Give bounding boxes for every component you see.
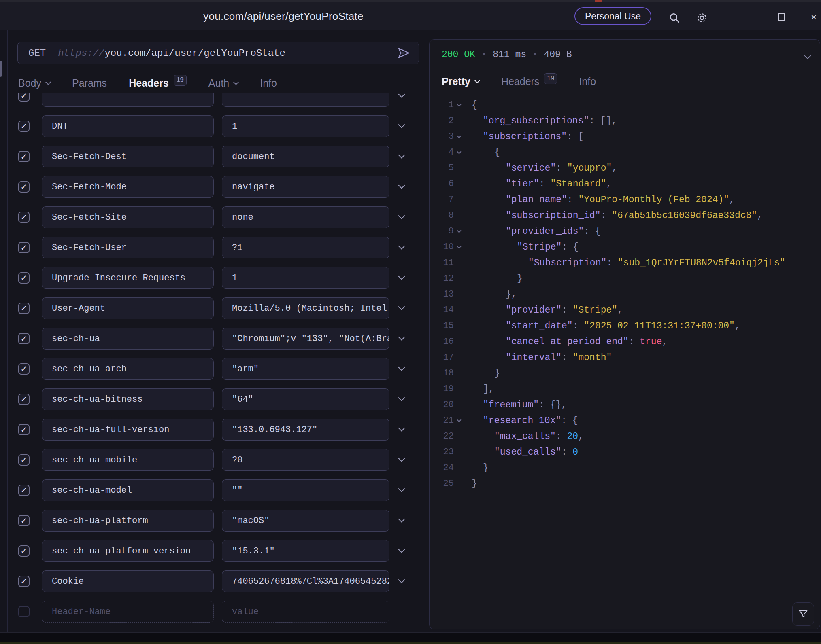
header-checkbox[interactable]: ✓ (18, 151, 30, 162)
header-checkbox[interactable]: ✓ (18, 303, 30, 314)
header-name-input[interactable]: sec-ch-ua (42, 328, 214, 350)
header-name-input[interactable]: Upgrade-Insecure-Requests (42, 267, 214, 289)
maximize-button[interactable] (775, 11, 788, 23)
request-url-bar[interactable]: GET https://you.com/api/user/getYouProSt… (17, 42, 419, 64)
tab-body[interactable]: Body (18, 77, 50, 89)
fold-toggle[interactable] (454, 419, 464, 422)
header-value-input[interactable]: none (222, 206, 389, 228)
header-checkbox[interactable]: ✓ (18, 121, 30, 132)
header-value-input[interactable]: Mozilla/5.0 (Macintosh; Intel Ma (222, 297, 389, 319)
header-name-input[interactable]: sec-ch-ua-model (42, 479, 214, 501)
url-input[interactable]: https://you.com/api/user/getYouProState (58, 48, 397, 59)
header-row-options-chevron[interactable] (399, 426, 404, 433)
tab-response-info[interactable]: Info (579, 76, 596, 87)
header-value-input[interactable]: ?1 (222, 237, 389, 258)
tab-headers[interactable]: Headers19 (129, 77, 187, 89)
header-checkbox[interactable]: ✓ (18, 394, 30, 405)
header-checkbox[interactable] (18, 606, 30, 617)
request-tabs: Body Params Headers19 Auth Info (18, 75, 277, 91)
header-value-input[interactable]: "133.0.6943.127" (222, 419, 389, 441)
personal-use-button[interactable]: Personal Use (574, 7, 651, 25)
header-value-input[interactable]: 740652676818%7Cl%3A1740654528202 (222, 570, 389, 592)
header-row-options-chevron[interactable] (399, 487, 404, 494)
header-row-options-chevron[interactable] (399, 335, 404, 342)
header-checkbox[interactable]: ✓ (18, 242, 30, 253)
header-row-options-chevron[interactable] (399, 396, 404, 403)
header-value-input[interactable]: navigate (222, 176, 389, 198)
header-value-input[interactable]: "macOS" (222, 510, 389, 532)
header-name-input[interactable]: Cookie (42, 570, 214, 592)
header-checkbox[interactable]: ✓ (18, 363, 30, 375)
fold-toggle[interactable] (454, 246, 464, 248)
header-row-options-chevron[interactable] (399, 305, 404, 312)
header-name-input[interactable]: Sec-Fetch-Dest (42, 146, 214, 167)
header-name-input[interactable]: User-Agent (42, 297, 214, 319)
header-name-input[interactable]: Sec-Fetch-Site (42, 206, 214, 228)
header-row-options-chevron[interactable] (399, 244, 404, 251)
header-row-options-chevron[interactable] (399, 153, 404, 160)
header-row-options-chevron[interactable] (399, 123, 404, 130)
fold-toggle[interactable] (454, 151, 464, 153)
tab-info[interactable]: Info (260, 77, 277, 89)
header-name-input[interactable]: sec-ch-ua-full-version (42, 419, 214, 441)
header-name-input[interactable] (42, 93, 214, 107)
header-row-options-chevron[interactable] (399, 365, 404, 373)
header-row-options-chevron[interactable] (399, 517, 404, 524)
header-name-input[interactable]: sec-ch-ua-mobile (42, 449, 214, 471)
header-checkbox[interactable]: ✓ (18, 93, 30, 102)
json-line: 10"Stripe": { (430, 239, 817, 255)
new-header-value-input[interactable]: value (222, 601, 389, 623)
header-row-options-chevron[interactable] (399, 274, 404, 282)
header-checkbox[interactable]: ✓ (18, 576, 30, 587)
header-checkbox[interactable]: ✓ (18, 545, 30, 557)
send-button[interactable] (397, 46, 410, 60)
tab-auth[interactable]: Auth (208, 77, 238, 89)
header-value-input[interactable]: 1 (222, 115, 389, 137)
fold-toggle[interactable] (454, 104, 464, 106)
close-button[interactable]: × (807, 11, 820, 23)
header-value-input[interactable]: document (222, 146, 389, 167)
header-checkbox[interactable]: ✓ (18, 485, 30, 496)
filter-button[interactable] (792, 602, 814, 626)
header-row-options-chevron[interactable] (399, 578, 404, 585)
header-value-input[interactable]: "" (222, 479, 389, 501)
header-name-input[interactable]: Sec-Fetch-User (42, 237, 214, 258)
header-row-options-chevron[interactable] (399, 93, 404, 100)
fold-toggle[interactable] (454, 230, 464, 232)
header-value-input[interactable]: 1 (222, 267, 389, 289)
header-name-input[interactable]: DNT (42, 115, 214, 137)
header-row-options-chevron[interactable] (399, 456, 404, 464)
collapse-response-button[interactable] (805, 53, 810, 60)
header-checkbox[interactable]: ✓ (18, 454, 30, 466)
left-scrollbar-track[interactable] (7, 30, 8, 632)
header-value-input[interactable]: "Chromium";v="133", "Not(A:Brand (222, 328, 389, 350)
header-name-input[interactable]: sec-ch-ua-platform (42, 510, 214, 532)
header-name-input[interactable]: Sec-Fetch-Mode (42, 176, 214, 198)
left-scrollbar-thumb[interactable] (0, 61, 2, 77)
tab-pretty[interactable]: Pretty (442, 76, 479, 87)
header-name-input[interactable]: sec-ch-ua-arch (42, 358, 214, 380)
header-name-input[interactable]: sec-ch-ua-platform-version (42, 540, 214, 562)
header-checkbox[interactable]: ✓ (18, 333, 30, 344)
header-checkbox[interactable]: ✓ (18, 515, 30, 526)
header-row-options-chevron[interactable] (399, 214, 404, 221)
header-checkbox[interactable]: ✓ (18, 272, 30, 284)
header-name-input[interactable]: sec-ch-ua-bitness (42, 388, 214, 410)
tab-response-headers[interactable]: Headers19 (501, 76, 557, 87)
header-checkbox[interactable]: ✓ (18, 212, 30, 223)
new-header-name-input[interactable]: Header-Name (42, 601, 214, 623)
header-checkbox[interactable]: ✓ (18, 181, 30, 193)
settings-button[interactable] (695, 11, 709, 25)
header-value-input[interactable]: "15.3.1" (222, 540, 389, 562)
tab-params[interactable]: Params (72, 77, 107, 89)
header-row-options-chevron[interactable] (399, 547, 404, 555)
header-value-input[interactable]: "64" (222, 388, 389, 410)
header-value-input[interactable] (222, 93, 389, 107)
search-button[interactable] (667, 11, 682, 25)
fold-toggle[interactable] (454, 136, 464, 138)
header-value-input[interactable]: "arm" (222, 358, 389, 380)
header-value-input[interactable]: ?0 (222, 449, 389, 471)
minimize-button[interactable] (736, 11, 749, 23)
header-checkbox[interactable]: ✓ (18, 424, 30, 435)
header-row-options-chevron[interactable] (399, 183, 404, 191)
